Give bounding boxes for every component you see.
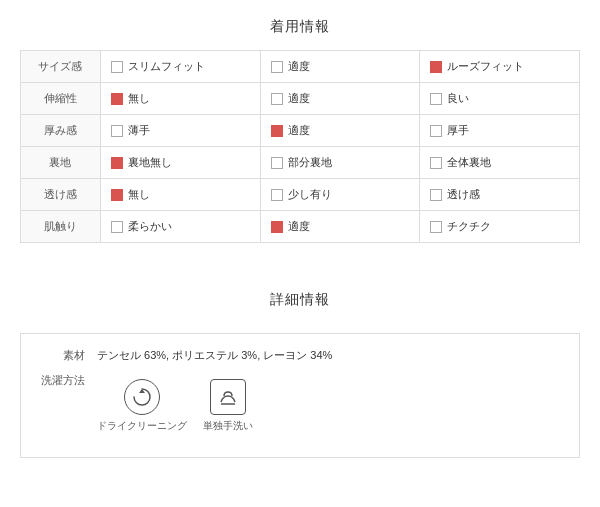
care-icon-label: 単独手洗い [203,419,253,433]
option-label: 薄手 [128,123,150,138]
detail-value: テンセル 63%, ポリエステル 3%, レーヨン 34% [97,348,563,363]
option-cell: 適度 [260,51,420,83]
detail-row: 洗濯方法 ドライクリーニング 単独手洗い [37,373,563,433]
option-label: チクチク [447,219,491,234]
checked-checkbox[interactable] [271,125,283,137]
option-cell: 適度 [260,211,420,243]
row-label: 裏地 [21,147,101,179]
option-cell: 部分裏地 [260,147,420,179]
option-cell: 少し有り [260,179,420,211]
option-label: 透け感 [447,187,480,202]
option-cell: 薄手 [100,115,260,147]
detail-label: 洗濯方法 [37,373,97,433]
option-label: 適度 [288,59,310,74]
unchecked-checkbox[interactable] [111,125,123,137]
option-cell: チクチク [420,211,580,243]
unchecked-checkbox[interactable] [271,93,283,105]
option-label: 良い [447,91,469,106]
option-label: 裏地無し [128,155,172,170]
detail-info-section: 素材テンセル 63%, ポリエステル 3%, レーヨン 34%洗濯方法 ドライク… [20,333,580,458]
option-cell: 全体裏地 [420,147,580,179]
detail-row: 素材テンセル 63%, ポリエステル 3%, レーヨン 34% [37,348,563,363]
option-cell: 無し [100,179,260,211]
row-label: サイズ感 [21,51,101,83]
checked-checkbox[interactable] [430,61,442,73]
checked-checkbox[interactable] [111,157,123,169]
option-cell: 無し [100,83,260,115]
detail-info-title: 詳細情報 [0,273,600,323]
care-icon-item: 単独手洗い [203,379,253,433]
unchecked-checkbox[interactable] [430,189,442,201]
option-label: スリムフィット [128,59,205,74]
option-cell: 適度 [260,115,420,147]
unchecked-checkbox[interactable] [430,157,442,169]
care-icon-label: ドライクリーニング [97,419,187,433]
unchecked-checkbox[interactable] [430,93,442,105]
option-label: 適度 [288,123,310,138]
unchecked-checkbox[interactable] [111,61,123,73]
option-label: 全体裏地 [447,155,491,170]
option-cell: 適度 [260,83,420,115]
option-label: 無し [128,187,150,202]
row-label: 伸縮性 [21,83,101,115]
unchecked-checkbox[interactable] [111,221,123,233]
option-label: 少し有り [288,187,332,202]
unchecked-checkbox[interactable] [430,221,442,233]
option-cell: 透け感 [420,179,580,211]
option-label: 柔らかい [128,219,172,234]
hand-wash-icon [210,379,246,415]
option-label: 部分裏地 [288,155,332,170]
option-label: 適度 [288,91,310,106]
row-label: 肌触り [21,211,101,243]
option-cell: 裏地無し [100,147,260,179]
row-label: 透け感 [21,179,101,211]
row-label: 厚み感 [21,115,101,147]
unchecked-checkbox[interactable] [430,125,442,137]
option-label: 適度 [288,219,310,234]
option-label: ルーズフィット [447,59,524,74]
unchecked-checkbox[interactable] [271,189,283,201]
detail-label: 素材 [37,348,97,363]
option-cell: ルーズフィット [420,51,580,83]
checked-checkbox[interactable] [271,221,283,233]
option-cell: スリムフィット [100,51,260,83]
checked-checkbox[interactable] [111,189,123,201]
checked-checkbox[interactable] [111,93,123,105]
care-icon-item: ドライクリーニング [97,379,187,433]
unchecked-checkbox[interactable] [271,157,283,169]
option-cell: 良い [420,83,580,115]
care-icons: ドライクリーニング 単独手洗い [97,379,563,433]
wearing-info-title: 着用情報 [0,0,600,50]
option-cell: 厚手 [420,115,580,147]
option-label: 厚手 [447,123,469,138]
dry-clean-icon [124,379,160,415]
detail-value: ドライクリーニング 単独手洗い [97,373,563,433]
wearing-info-table: サイズ感スリムフィット適度ルーズフィット伸縮性無し適度良い厚み感薄手適度厚手裏地… [20,50,580,243]
option-cell: 柔らかい [100,211,260,243]
unchecked-checkbox[interactable] [271,61,283,73]
option-label: 無し [128,91,150,106]
